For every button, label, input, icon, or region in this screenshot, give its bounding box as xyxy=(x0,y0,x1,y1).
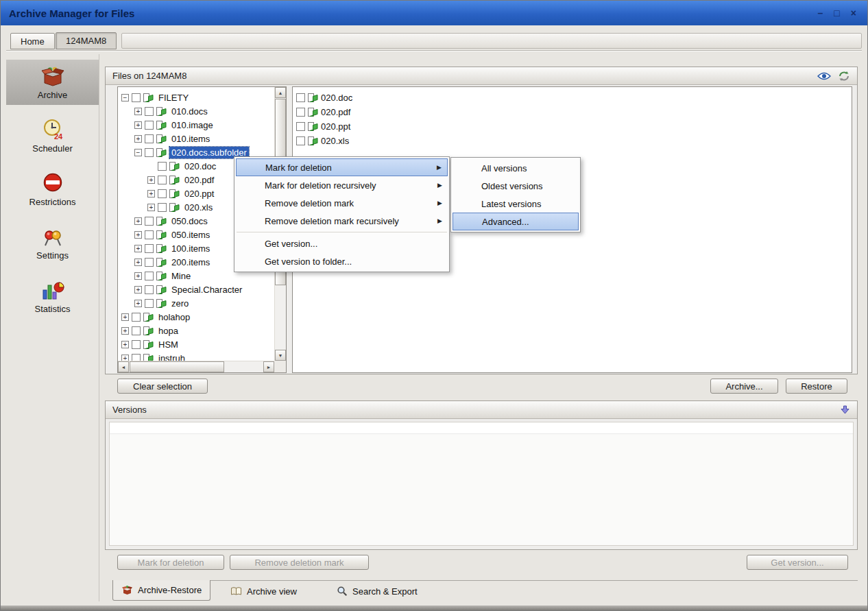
checkbox[interactable] xyxy=(132,340,141,349)
file-name-label[interactable]: 020.xls xyxy=(321,136,349,146)
get-version-button[interactable]: Get version... xyxy=(747,555,848,570)
horizontal-scroll-thumb[interactable] xyxy=(130,361,224,372)
tree-node-label[interactable]: 020.xls xyxy=(182,202,215,213)
tree-node-label[interactable]: instruh xyxy=(156,352,187,361)
checkbox[interactable] xyxy=(158,203,167,212)
checkbox[interactable] xyxy=(145,285,154,294)
minimize-button[interactable]: – xyxy=(818,8,823,19)
checkbox[interactable] xyxy=(145,299,154,308)
remove-deletion-mark-button[interactable]: Remove deletion mark xyxy=(230,555,369,570)
tree-node-label[interactable]: FILETY xyxy=(156,92,191,104)
menu-item-mark-for-deletion[interactable]: Mark for deletion▶ xyxy=(236,158,448,176)
clear-selection-button[interactable]: Clear selection xyxy=(117,379,208,394)
scroll-left-icon[interactable]: ◄ xyxy=(118,361,129,372)
expand-expander-icon[interactable]: + xyxy=(134,135,142,143)
restore-button[interactable]: Restore xyxy=(786,379,847,394)
expand-expander-icon[interactable]: + xyxy=(121,313,129,321)
file-row-020-ppt[interactable]: 020.ppt xyxy=(296,119,852,134)
tree-row-hopa[interactable]: +hopa xyxy=(118,324,274,337)
sidebar-item-restrictions[interactable]: Restrictions xyxy=(6,167,99,212)
tree-row-010-items[interactable]: +010.items xyxy=(118,132,274,145)
collapse-expander-icon[interactable]: − xyxy=(121,94,129,101)
refresh-icon[interactable] xyxy=(838,71,850,82)
checkbox[interactable] xyxy=(145,230,154,239)
sidebar-item-archive[interactable]: Archive xyxy=(6,60,99,105)
checkbox[interactable] xyxy=(145,121,154,130)
tab-124mam8[interactable]: 124MAM8 xyxy=(56,32,117,49)
checkbox[interactable] xyxy=(158,189,167,198)
submenu-item-oldest-versions[interactable]: Oldest versions xyxy=(453,177,579,195)
checkbox[interactable] xyxy=(132,354,141,361)
expand-expander-icon[interactable]: + xyxy=(134,121,142,129)
mark-for-deletion-button[interactable]: Mark for deletion xyxy=(117,555,224,570)
checkbox[interactable] xyxy=(158,176,167,184)
file-name-label[interactable]: 020.ppt xyxy=(321,121,350,132)
tree-node-label[interactable]: Mine xyxy=(169,270,193,282)
tree-horizontal-scrollbar[interactable]: ◄ ► xyxy=(118,361,274,372)
expand-expander-icon[interactable]: + xyxy=(134,245,142,252)
menu-item-get-version-to-folder[interactable]: Get version to folder... xyxy=(236,252,448,270)
expand-expander-icon[interactable]: + xyxy=(134,108,142,115)
checkbox[interactable] xyxy=(132,326,141,335)
checkbox[interactable] xyxy=(158,162,167,171)
checkbox[interactable] xyxy=(296,136,305,145)
tree-node-label[interactable]: 020.pdf xyxy=(182,174,216,186)
preview-eye-icon[interactable] xyxy=(817,71,831,81)
close-button[interactable]: × xyxy=(851,8,856,19)
tab-archive-restore[interactable]: Archive-Restore xyxy=(112,580,210,601)
sidebar-item-scheduler[interactable]: 24 Scheduler xyxy=(6,113,99,158)
expand-expander-icon[interactable]: + xyxy=(134,272,142,280)
scroll-down-icon[interactable]: ▼ xyxy=(275,350,286,361)
collapse-versions-arrow-icon[interactable] xyxy=(840,405,850,415)
tree-node-label[interactable]: HSM xyxy=(156,339,180,350)
file-row-020-xls[interactable]: 020.xls xyxy=(296,134,852,148)
tree-row-010-docs[interactable]: +010.docs xyxy=(118,104,274,118)
checkbox[interactable] xyxy=(145,107,154,116)
tree-node-label[interactable]: holahop xyxy=(156,311,192,323)
tree-row-instruh[interactable]: +instruh xyxy=(118,351,274,361)
sidebar-item-settings[interactable]: Settings xyxy=(6,220,99,265)
tree-node-label[interactable]: 020.ppt xyxy=(182,188,216,200)
tab-home[interactable]: Home xyxy=(10,33,55,49)
checkbox[interactable] xyxy=(296,93,305,102)
tree-row-zero[interactable]: +zero xyxy=(118,296,274,310)
tree-row-filety[interactable]: −FILETY xyxy=(118,91,274,104)
checkbox[interactable] xyxy=(145,217,154,226)
submenu-item-advanced[interactable]: Advanced... xyxy=(453,213,579,230)
expand-expander-icon[interactable]: + xyxy=(134,286,142,293)
tree-node-label[interactable]: hopa xyxy=(156,325,180,337)
tree-node-label[interactable]: zero xyxy=(169,298,191,309)
checkbox[interactable] xyxy=(296,122,305,131)
file-row-020-pdf[interactable]: 020.pdf xyxy=(296,105,852,119)
expand-expander-icon[interactable]: + xyxy=(121,355,129,361)
checkbox[interactable] xyxy=(145,272,154,280)
tree-node-label[interactable]: 010.items xyxy=(169,133,212,145)
expand-expander-icon[interactable]: + xyxy=(134,259,142,266)
expand-expander-icon[interactable]: + xyxy=(134,231,142,239)
scroll-up-icon[interactable]: ▲ xyxy=(275,87,286,98)
maximize-button[interactable]: □ xyxy=(834,8,839,19)
tree-row-special-character[interactable]: +Special.Character xyxy=(118,283,274,296)
expand-expander-icon[interactable]: + xyxy=(147,190,155,197)
checkbox[interactable] xyxy=(145,244,154,253)
submenu-item-all-versions[interactable]: All versions xyxy=(453,159,579,177)
checkbox[interactable] xyxy=(132,93,141,102)
tree-node-label[interactable]: 010.docs xyxy=(169,106,210,117)
submenu-item-latest-versions[interactable]: Latest versions xyxy=(453,195,579,213)
expand-expander-icon[interactable]: + xyxy=(121,327,129,335)
checkbox[interactable] xyxy=(145,148,154,157)
checkbox[interactable] xyxy=(145,258,154,267)
tree-row-holahop[interactable]: +holahop xyxy=(118,310,274,324)
menu-item-mark-for-deletion-recursively[interactable]: Mark for deletion recursively▶ xyxy=(236,176,448,194)
expand-expander-icon[interactable]: + xyxy=(147,176,155,184)
archive-button[interactable]: Archive... xyxy=(710,379,778,394)
tree-row-hsm[interactable]: +HSM xyxy=(118,337,274,351)
tree-node-label[interactable]: 050.items xyxy=(169,229,212,241)
tree-node-label[interactable]: 200.items xyxy=(169,256,212,268)
menu-item-remove-deletion-mark[interactable]: Remove deletion mark▶ xyxy=(236,194,448,212)
tree-node-label[interactable]: 050.docs xyxy=(169,215,210,227)
scroll-right-icon[interactable]: ► xyxy=(263,361,274,372)
expand-expander-icon[interactable]: + xyxy=(147,204,155,211)
tree-row-010-image[interactable]: +010.image xyxy=(118,118,274,132)
file-name-label[interactable]: 020.pdf xyxy=(321,107,350,117)
